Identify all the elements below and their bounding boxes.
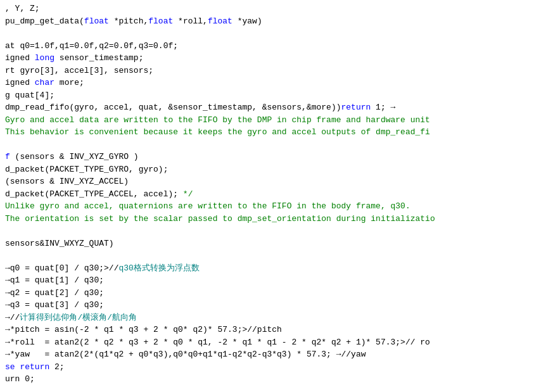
code-line-10: Gyro and accel data are written to the F…: [5, 114, 541, 127]
code-line-26: →//计算得到俧仰角/横滚角/航向角: [5, 312, 541, 324]
code-line-8: g quat[4];: [5, 89, 541, 102]
code-line-18: The orientation is set by the scalar pas…: [5, 213, 541, 225]
code-line-24: →q2 = quat[2] / q30;: [5, 287, 541, 300]
code-line-7: igned char more;: [5, 77, 541, 89]
code-line-29: →*yaw = atan2(2*(q1*q2 + q0*q3),q0*q0+q1…: [5, 348, 541, 361]
code-line-23: →q1 = quat[1] / q30;: [5, 274, 541, 287]
code-container: , Y, Z; pu_dmp_get_data(float *pitch,flo…: [0, 0, 546, 392]
code-line-19: [5, 225, 541, 237]
code-line-22: →q0 = quat[0] / q30;>//q30格式转换为浮点数: [5, 262, 541, 275]
code-line-20: sensors&INV_WXYZ_QUAT): [5, 237, 541, 250]
code-line-14: d_packet(PACKET_TYPE_GYRO, gyro);: [5, 163, 541, 176]
code-line-3: [5, 27, 541, 40]
code-line-4: at q0=1.0f,q1=0.0f,q2=0.0f,q3=0.0f;: [5, 40, 541, 53]
code-line-15: (sensors & INV_XYZ_ACCEL): [5, 175, 541, 188]
code-line-25: →q3 = quat[3] / q30;: [5, 299, 541, 312]
code-line-21: [5, 250, 541, 262]
code-line-27: →*pitch = asin(-2 * q1 * q3 + 2 * q0* q2…: [5, 324, 541, 336]
code-line-9: dmp_read_fifo(gyro, accel, quat, &sensor…: [5, 101, 541, 114]
code-line-28: →*roll = atan2(2 * q2 * q3 + 2 * q0 * q1…: [5, 336, 541, 349]
code-line-5: igned long sensor_timestamp;: [5, 52, 541, 65]
code-line-2: pu_dmp_get_data(float *pitch,float *roll…: [5, 15, 541, 28]
code-line-17: Unlike gyro and accel, quaternions are w…: [5, 200, 541, 213]
code-line-6: rt gyro[3], accel[3], sensors;: [5, 65, 541, 77]
code-line-11: This behavior is convenient because it k…: [5, 126, 541, 139]
code-line-31: urn 0;: [5, 373, 541, 386]
code-line-30: se return 2;: [5, 361, 541, 374]
code-line-1: , Y, Z;: [5, 3, 541, 15]
code-line-13: f (sensors & INV_XYZ_GYRO ): [5, 151, 541, 163]
code-line-16: d_packet(PACKET_TYPE_ACCEL, accel); */: [5, 188, 541, 201]
code-line-12: [5, 139, 541, 151]
